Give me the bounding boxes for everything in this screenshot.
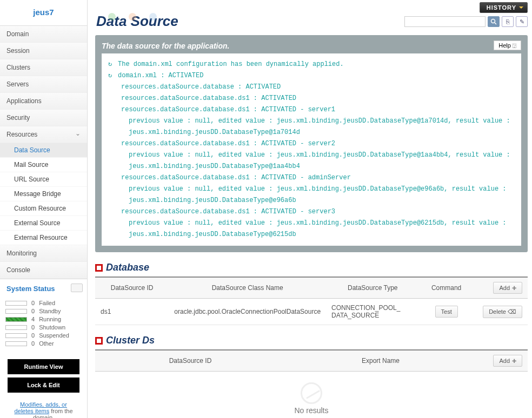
db-th-cmd: Command xyxy=(419,277,473,299)
square-icon xyxy=(95,264,103,272)
status-label: Standby xyxy=(39,308,61,314)
status-bar xyxy=(5,317,27,322)
db-cell-del: Delete ⌫ xyxy=(474,299,528,325)
status-row: 0 Suspended xyxy=(5,332,82,339)
svg-line-1 xyxy=(495,23,496,24)
log-line: ↻domain.xml : ACTIVATED xyxy=(108,70,515,82)
status-label: Running xyxy=(39,316,61,322)
nav-domain[interactable]: Domain xyxy=(0,26,87,43)
status-bar xyxy=(5,333,27,338)
nav-clusters[interactable]: Clusters xyxy=(0,59,87,76)
lock-edit-button[interactable]: Lock & Edit xyxy=(8,377,79,393)
nav-resources[interactable]: Resources xyxy=(0,126,87,143)
search-icon xyxy=(490,18,497,25)
db-cell-type: CONNECTION_POOL_​DATA_SOURCE xyxy=(326,299,419,325)
log-line: previous value : null, edited value : je… xyxy=(108,150,515,172)
status-count: 0 xyxy=(31,300,35,306)
db-th-id: DataSource ID xyxy=(95,277,169,299)
log-line: previous value : null, edited value : je… xyxy=(108,116,515,138)
database-section-title: Database xyxy=(95,262,528,273)
history-button[interactable]: HISTORY xyxy=(480,2,528,13)
cl-th-export: Export Name xyxy=(285,350,476,372)
modify-note: Modifies, adds, or deletes items from th… xyxy=(0,400,87,418)
db-cell-cmd: Test xyxy=(419,299,473,325)
db-test-button[interactable]: Test xyxy=(435,306,458,318)
status-count: 4 xyxy=(31,316,35,322)
resources-subnav: Data Source Mail Source URL Source Messa… xyxy=(0,143,87,245)
database-title-text: Database xyxy=(106,262,149,273)
cl-th-id: DataSource ID xyxy=(95,350,285,372)
cl-add-button[interactable]: Add✚ xyxy=(493,355,522,367)
status-row: 0 Other xyxy=(5,340,82,347)
refresh-icon: ↻ xyxy=(108,70,116,82)
log-line: resources.dataSource.database.ds1 : ACTI… xyxy=(108,104,515,116)
sub-custom-resource[interactable]: Custom Resource xyxy=(0,201,87,216)
main: HISTORY Data Source ⎘ ✎ Help The data so… xyxy=(88,0,532,418)
sidebar-buttons: Runtime View Lock & Edit xyxy=(0,355,87,400)
info-panel: Help The data source for the application… xyxy=(95,35,528,252)
cl-th-add: Add✚ xyxy=(476,350,528,372)
status-row: 0 Shutdown xyxy=(5,324,82,331)
sub-external-source[interactable]: External Source xyxy=(0,216,87,231)
status-label: Failed xyxy=(39,300,55,306)
status-bar xyxy=(5,325,27,330)
sub-url-source[interactable]: URL Source xyxy=(0,172,87,187)
system-status-title: System Status xyxy=(0,279,87,296)
status-label: Suspended xyxy=(39,332,69,339)
status-row: 0 Standby xyxy=(5,308,82,314)
brand-link[interactable]: jeus7 xyxy=(33,8,54,17)
xml-button[interactable]: ✎ xyxy=(516,16,528,27)
brand: jeus7 xyxy=(0,0,87,26)
help-button[interactable]: Help xyxy=(494,41,521,50)
table-row: ds1 oracle.jdbc.pool.OracleConnectionPoo… xyxy=(95,299,528,325)
db-cell-id[interactable]: ds1 xyxy=(95,299,169,325)
db-th-add: Add✚ xyxy=(474,277,528,299)
log-line: resources.dataSource.database : ACTIVATE… xyxy=(108,82,515,93)
svg-point-0 xyxy=(491,19,495,23)
deco-dots xyxy=(108,13,157,21)
log-line: resources.dataSource.database.ds1 : ACTI… xyxy=(108,172,515,184)
nav-servers[interactable]: Servers xyxy=(0,76,87,93)
search-input[interactable] xyxy=(404,16,486,27)
nav-console[interactable]: Console xyxy=(0,262,87,279)
db-cell-class: oracle.jdbc.pool.OracleConnectionPoolDat… xyxy=(169,299,326,325)
status-count: 0 xyxy=(31,308,35,314)
sub-message-bridge[interactable]: Message Bridge xyxy=(0,187,87,201)
status-count: 0 xyxy=(31,340,35,347)
db-add-button[interactable]: Add✚ xyxy=(493,282,522,294)
no-results-text: No results xyxy=(95,406,528,415)
refresh-icon: ↻ xyxy=(108,59,116,70)
db-th-type: DataSource Type xyxy=(326,277,419,299)
sidebar: jeus7 Domain Session Clusters Servers Ap… xyxy=(0,0,88,418)
no-results-icon xyxy=(301,382,322,404)
system-status-icon[interactable] xyxy=(71,284,83,292)
cluster-table: DataSource ID Export Name Add✚ xyxy=(95,349,528,372)
nav-monitoring[interactable]: Monitoring xyxy=(0,245,87,262)
cluster-no-results: No results xyxy=(95,372,528,418)
sub-mail-source[interactable]: Mail Source xyxy=(0,158,87,172)
db-th-class: DataSource Class Name xyxy=(169,277,326,299)
sub-data-source[interactable]: Data Source xyxy=(0,143,87,158)
square-icon xyxy=(95,337,103,345)
status-label: Other xyxy=(39,340,54,347)
search-button[interactable] xyxy=(488,16,500,27)
status-row: 4 Running xyxy=(5,316,82,322)
status-count: 0 xyxy=(31,324,35,331)
log-line: ↻The domain.xml configuration has been d… xyxy=(108,59,515,70)
runtime-view-button[interactable]: Runtime View xyxy=(8,359,79,374)
nav-security[interactable]: Security xyxy=(0,110,87,126)
log-line: previous value : null, edited value : je… xyxy=(108,184,515,206)
sub-external-resource[interactable]: External Resource xyxy=(0,231,87,245)
nav-session[interactable]: Session xyxy=(0,43,87,59)
system-status-list: 0 Failed 0 Standby 4 Running 0 Shutdown … xyxy=(0,296,87,355)
search-row: ⎘ ✎ xyxy=(404,16,528,27)
log-line: resources.dataSource.database.ds1 : ACTI… xyxy=(108,138,515,150)
db-delete-button[interactable]: Delete ⌫ xyxy=(483,306,522,318)
status-bar xyxy=(5,301,27,306)
status-bar xyxy=(5,341,27,346)
cluster-title-text: Cluster Ds xyxy=(106,335,155,346)
nav-applications[interactable]: Applications xyxy=(0,93,87,110)
export-button[interactable]: ⎘ xyxy=(502,16,514,27)
status-bar xyxy=(5,309,27,314)
system-status-label: System Status xyxy=(6,285,55,293)
